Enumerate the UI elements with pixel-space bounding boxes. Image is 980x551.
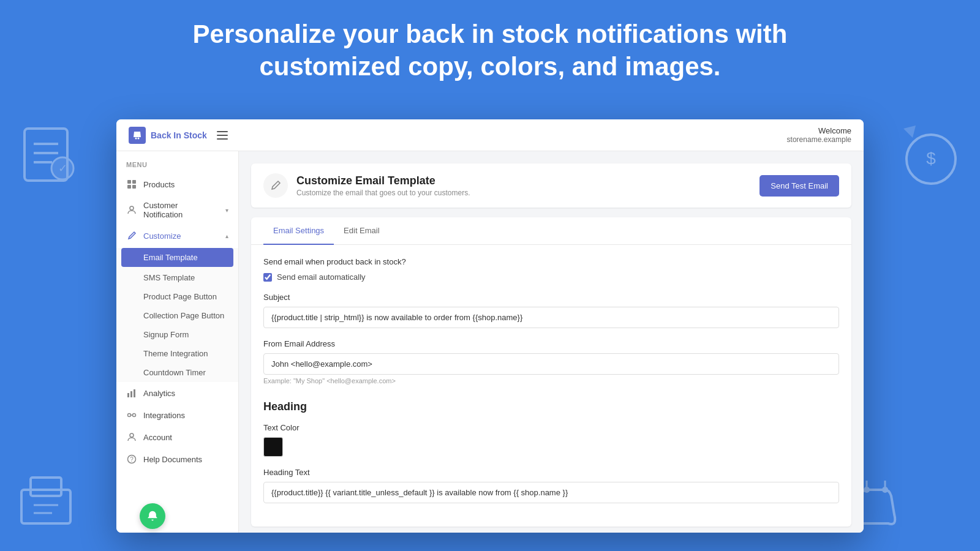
customer-notification-icon (126, 204, 137, 216)
customize-icon (126, 230, 137, 241)
tab-edit-email[interactable]: Edit Email (334, 217, 390, 245)
color-row (263, 437, 839, 457)
subject-input[interactable] (263, 307, 839, 328)
from-email-label: From Email Address (263, 339, 839, 348)
content-area: Customize Email Template Customize the e… (239, 151, 864, 533)
heading-text-label: Heading Text (263, 468, 839, 477)
analytics-icon (126, 388, 137, 399)
app-window: Back In Stock Welcome storename.example … (116, 119, 864, 533)
send-auto-label: Send email automatically (277, 272, 366, 282)
sidebar-item-collection-page-button[interactable]: Collection Page Button (116, 306, 238, 325)
svg-point-16 (135, 137, 137, 139)
store-name: storename.example (787, 135, 851, 144)
svg-point-27 (133, 414, 136, 417)
svg-point-26 (128, 414, 131, 417)
sidebar-item-products[interactable]: Products (116, 173, 238, 195)
svg-text:✓: ✓ (58, 162, 67, 174)
hero-line1: Personalize your back in stock notificat… (123, 18, 858, 51)
tab-email-settings[interactable]: Email Settings (263, 217, 334, 245)
page-header-left: Customize Email Template Customize the e… (263, 173, 470, 198)
svg-point-22 (130, 206, 134, 210)
welcome-label: Welcome (787, 126, 851, 135)
sidebar-label-account: Account (143, 433, 172, 442)
sidebar-item-analytics[interactable]: Analytics (116, 382, 238, 404)
svg-rect-25 (134, 389, 135, 397)
send-question-label: Send email when product back in stock? (263, 257, 839, 266)
topbar-right: Welcome storename.example (787, 126, 851, 144)
subject-label: Subject (263, 293, 839, 302)
svg-rect-20 (127, 185, 131, 189)
svg-point-29 (130, 433, 134, 437)
deco-icon-topright: $ (900, 122, 962, 196)
svg-text:?: ? (130, 456, 134, 463)
account-icon (126, 432, 137, 443)
svg-text:$: $ (926, 149, 936, 168)
svg-point-17 (138, 137, 140, 139)
subject-group: Subject (263, 293, 839, 328)
send-auto-checkbox[interactable] (263, 273, 272, 282)
sidebar-item-account[interactable]: Account (116, 426, 238, 448)
heading-text-group: Heading Text (263, 468, 839, 503)
svg-rect-19 (132, 180, 136, 184)
logo-icon (129, 127, 146, 144)
logo: Back In Stock (129, 127, 207, 144)
text-color-label: Text Color (263, 423, 839, 432)
logo-text: Back In Stock (151, 130, 207, 140)
from-email-hint: Example: "My Shop" <hello@example.com> (263, 377, 839, 384)
topbar-left: Back In Stock (129, 127, 228, 144)
heading-text-input[interactable] (263, 482, 839, 503)
sidebar-item-product-page-button[interactable]: Product Page Button (116, 287, 238, 306)
color-swatch[interactable] (263, 437, 283, 457)
sidebar-item-sms-template[interactable]: SMS Template (116, 268, 238, 287)
page-title: Customize Email Template (296, 174, 470, 187)
sidebar-item-customer-notification[interactable]: Customer Notification ▾ (116, 195, 238, 225)
form-body: Send email when product back in stock? S… (251, 245, 851, 527)
text-color-group: Text Color (263, 423, 839, 457)
sidebar-label-integrations: Integrations (143, 411, 185, 420)
help-icon: ? (126, 454, 137, 465)
send-test-email-button[interactable]: Send Test Email (760, 175, 839, 197)
notification-bell[interactable] (140, 503, 165, 529)
sidebar-label-help-documents: Help Documents (143, 455, 202, 464)
hero-text: Personalize your back in stock notificat… (0, 0, 980, 95)
deco-icon-topleft: ✓ (18, 122, 80, 190)
chevron-down-icon: ▾ (225, 207, 228, 214)
svg-rect-23 (127, 393, 129, 397)
sidebar-item-signup-form[interactable]: Signup Form (116, 325, 238, 344)
svg-point-13 (882, 487, 888, 493)
send-auto-checkbox-row: Send email automatically (263, 272, 839, 282)
sidebar-item-help-documents[interactable]: ? Help Documents (116, 448, 238, 470)
sidebar-item-theme-integration[interactable]: Theme Integration (116, 344, 238, 363)
from-email-input[interactable] (263, 353, 839, 375)
deco-icon-bottomleft (18, 471, 86, 533)
page-header: Customize Email Template Customize the e… (251, 163, 851, 208)
hero-line2: customized copy, colors, and images. (123, 51, 858, 83)
main-card: Email Settings Edit Email Send email whe… (251, 217, 851, 527)
topbar: Back In Stock Welcome storename.example (116, 119, 864, 151)
sidebar-label-products: Products (143, 180, 175, 189)
menu-label: MENU (116, 161, 238, 173)
integrations-icon (126, 410, 137, 421)
heading-section-title: Heading (263, 395, 839, 413)
tabs-container: Email Settings Edit Email (251, 217, 851, 245)
svg-rect-18 (127, 180, 131, 184)
sidebar-item-customize[interactable]: Customize ▴ (116, 225, 238, 247)
page-title-group: Customize Email Template Customize the e… (296, 174, 470, 197)
customize-submenu: Email Template SMS Template Product Page… (116, 248, 238, 382)
main-layout: MENU Products (116, 151, 864, 533)
from-email-group: From Email Address Example: "My Shop" <h… (263, 339, 839, 384)
sidebar-item-countdown-timer[interactable]: Countdown Timer (116, 363, 238, 382)
sidebar-item-integrations[interactable]: Integrations (116, 404, 238, 426)
svg-point-12 (864, 487, 870, 493)
edit-icon (263, 173, 288, 198)
sidebar-label-analytics: Analytics (143, 389, 175, 398)
svg-rect-9 (31, 478, 61, 496)
sidebar-item-email-template[interactable]: Email Template (121, 248, 233, 267)
hamburger-icon[interactable] (217, 131, 228, 140)
svg-rect-24 (130, 391, 132, 397)
page-subtitle: Customize the email that goes out to you… (296, 189, 470, 197)
sidebar-label-customize: Customize (143, 231, 181, 241)
sidebar: MENU Products (116, 151, 239, 533)
products-icon (126, 179, 137, 190)
chevron-up-icon: ▴ (225, 233, 228, 239)
